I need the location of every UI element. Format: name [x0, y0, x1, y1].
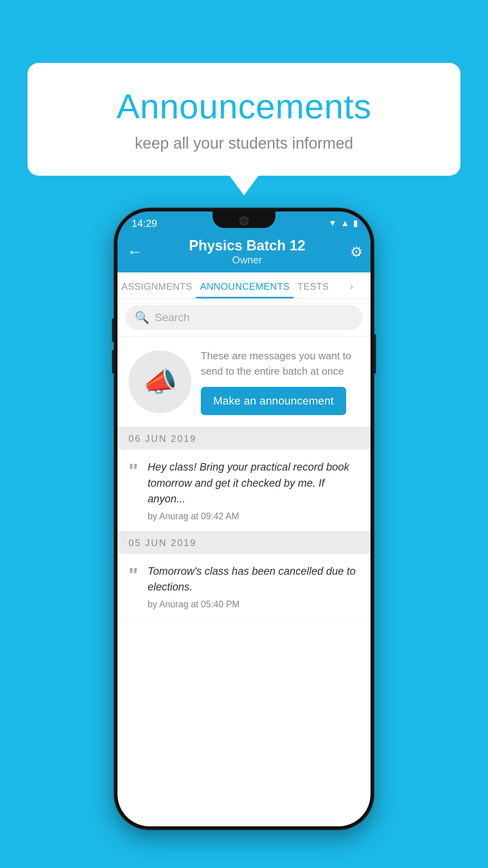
side-button-volume-up	[112, 318, 114, 342]
battery-icon: ▮	[353, 218, 358, 228]
phone-camera	[239, 216, 249, 226]
phone-notch	[213, 211, 275, 228]
tabs-bar: ASSIGNMENTS ANNOUNCEMENTS TESTS ›	[117, 272, 371, 299]
bubble-subtitle: keep all your students informed	[59, 134, 429, 152]
phone-outer-shell: 14:29 ▼ ▲ ▮ ← Physics Batch 12 Owner ⚙	[114, 208, 374, 829]
promo-card: 📣 These are messages you want to send to…	[117, 337, 371, 427]
signal-icon: ▲	[341, 218, 349, 228]
tab-more[interactable]: ›	[333, 272, 371, 298]
wifi-icon: ▼	[328, 218, 337, 228]
search-input-wrap[interactable]: 🔍 Search	[125, 305, 363, 330]
side-button-volume-down	[112, 350, 114, 373]
bubble-title: Announcements	[59, 86, 429, 127]
promo-text-group: These are messages you want to send to t…	[201, 348, 360, 415]
megaphone-icon: 📣	[143, 366, 177, 398]
speech-bubble-area: Announcements keep all your students inf…	[28, 63, 460, 176]
settings-icon[interactable]: ⚙	[350, 244, 363, 260]
status-time: 14:29	[132, 217, 157, 230]
app-header: ← Physics Batch 12 Owner ⚙	[117, 232, 371, 272]
phone-device: 14:29 ▼ ▲ ▮ ← Physics Batch 12 Owner ⚙	[114, 208, 374, 829]
message-text-1: Hey class! Bring your practical record b…	[148, 459, 360, 507]
date-separator-2: 05 JUN 2019	[117, 531, 371, 554]
quote-icon-1: "	[128, 461, 138, 481]
date-separator-1: 06 JUN 2019	[117, 427, 371, 450]
message-content-1: Hey class! Bring your practical record b…	[148, 459, 360, 522]
header-title-group: Physics Batch 12 Owner	[144, 237, 350, 266]
message-meta-1: by Anurag at 09:42 AM	[148, 511, 360, 522]
tab-tests[interactable]: TESTS	[294, 272, 333, 298]
search-placeholder-text: Search	[155, 311, 190, 324]
tab-announcements[interactable]: ANNOUNCEMENTS	[196, 272, 294, 298]
back-button[interactable]: ←	[125, 241, 144, 262]
message-meta-2: by Anurag at 05:40 PM	[148, 599, 360, 610]
message-text-2: Tomorrow's class has been cancelled due …	[148, 563, 360, 595]
content-area: 🔍 Search 📣 These are messages you want t…	[117, 299, 371, 620]
quote-icon-2: "	[128, 565, 138, 585]
phone-screen: 14:29 ▼ ▲ ▮ ← Physics Batch 12 Owner ⚙	[117, 211, 371, 826]
speech-bubble-card: Announcements keep all your students inf…	[28, 63, 460, 176]
message-content-2: Tomorrow's class has been cancelled due …	[148, 563, 360, 610]
announcement-icon-circle: 📣	[128, 350, 191, 413]
make-announcement-button[interactable]: Make an announcement	[201, 387, 346, 415]
header-title: Physics Batch 12	[144, 237, 350, 254]
announcement-item-2[interactable]: " Tomorrow's class has been cancelled du…	[117, 554, 371, 620]
status-icons: ▼ ▲ ▮	[328, 218, 358, 228]
search-container: 🔍 Search	[117, 299, 371, 337]
header-subtitle: Owner	[144, 254, 350, 266]
promo-description: These are messages you want to send to t…	[201, 348, 360, 379]
side-button-power	[374, 334, 376, 373]
search-icon: 🔍	[135, 311, 149, 324]
tab-assignments[interactable]: ASSIGNMENTS	[117, 272, 196, 298]
announcement-item-1[interactable]: " Hey class! Bring your practical record…	[117, 450, 371, 531]
